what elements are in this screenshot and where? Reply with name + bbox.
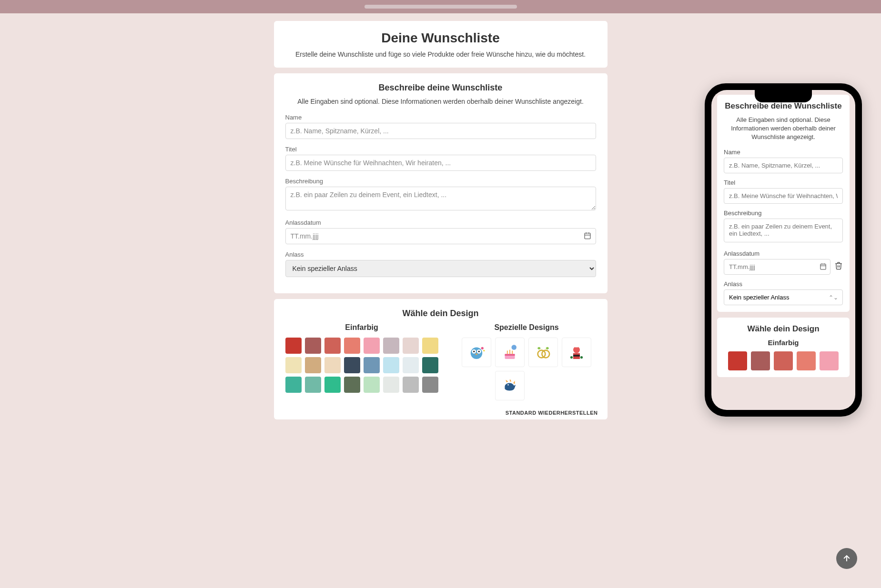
phone-design-title: Wähle dein Design	[724, 324, 843, 334]
phone-solid-label: Einfarbig	[724, 339, 843, 347]
form-card: Beschreibe deine Wunschliste Alle Eingab…	[274, 73, 608, 293]
color-swatch[interactable]	[285, 357, 302, 373]
phone-titel-label: Titel	[724, 179, 843, 186]
color-swatch[interactable]	[364, 377, 380, 393]
phone-name-label: Name	[724, 149, 843, 156]
special-design-wedding[interactable]	[528, 338, 558, 367]
name-input[interactable]	[285, 123, 596, 139]
svg-point-20	[573, 347, 580, 353]
solid-colors-column: Einfarbig	[285, 323, 438, 400]
svg-rect-23	[573, 355, 580, 357]
color-swatch[interactable]	[364, 357, 380, 373]
form-subtitle: Alle Eingaben sind optional. Diese Infor…	[285, 98, 596, 105]
phone-anlass-select[interactable]	[724, 289, 843, 305]
svg-point-8	[478, 351, 480, 353]
phone-form-card: Beschreibe deine Wunschliste Alle Eingab…	[717, 95, 850, 312]
special-design-christmas[interactable]	[562, 338, 591, 367]
date-input[interactable]	[285, 228, 596, 244]
color-swatch[interactable]	[383, 357, 399, 373]
form-title: Beschreibe deine Wunschliste	[285, 83, 596, 93]
svg-point-17	[512, 345, 517, 350]
scroll-to-top-button[interactable]	[836, 548, 857, 569]
date-label: Anlassdatum	[285, 219, 596, 226]
svg-rect-27	[820, 264, 826, 269]
desc-label: Beschreibung	[285, 178, 596, 185]
design-card: Wähle dein Design Einfarbig Spezielle De…	[274, 299, 608, 419]
phone-clear-date-icon[interactable]	[834, 261, 843, 272]
phone-form-subtitle: Alle Eingaben sind optional. Diese Infor…	[724, 116, 843, 142]
color-swatch[interactable]	[305, 377, 321, 393]
color-swatch[interactable]	[344, 357, 360, 373]
color-swatch[interactable]	[403, 338, 419, 354]
phone-anlass-label: Anlass	[724, 280, 843, 288]
special-design-birthday[interactable]	[495, 338, 525, 367]
restore-default-button[interactable]: STANDARD WIEDERHERSTELLEN	[506, 410, 598, 416]
top-bar-handle	[365, 5, 517, 9]
color-swatch[interactable]	[422, 357, 438, 373]
color-swatch[interactable]	[383, 377, 399, 393]
svg-point-26	[507, 384, 509, 386]
phone-calendar-icon[interactable]	[820, 263, 827, 272]
titel-label: Titel	[285, 146, 596, 153]
color-swatch[interactable]	[305, 357, 321, 373]
special-design-owl[interactable]	[462, 338, 491, 367]
svg-point-7	[473, 351, 475, 353]
special-label: Spezielle Designs	[457, 323, 596, 332]
design-title: Wähle dein Design	[285, 309, 596, 319]
svg-point-24	[570, 356, 573, 359]
color-swatch[interactable]	[285, 338, 302, 354]
phone-notch	[755, 90, 812, 102]
special-designs-column: Spezielle Designs	[457, 323, 596, 400]
svg-point-10	[481, 347, 484, 349]
phone-date-label: Anlassdatum	[724, 250, 843, 257]
color-swatch[interactable]	[403, 357, 419, 373]
name-label: Name	[285, 114, 596, 121]
phone-titel-input[interactable]	[724, 188, 843, 204]
page-title: Deine Wunschliste	[285, 30, 596, 46]
desc-textarea[interactable]	[285, 187, 596, 210]
color-swatch[interactable]	[422, 377, 438, 393]
color-swatch[interactable]	[364, 338, 380, 354]
titel-input[interactable]	[285, 155, 596, 171]
phone-color-swatch[interactable]	[797, 351, 816, 370]
phone-mockup: Beschreibe deine Wunschliste Alle Eingab…	[705, 83, 862, 417]
color-swatch[interactable]	[403, 377, 419, 393]
color-swatch[interactable]	[285, 377, 302, 393]
phone-color-swatch[interactable]	[820, 351, 839, 370]
phone-form-title: Beschreibe deine Wunschliste	[724, 101, 843, 111]
svg-point-25	[580, 356, 583, 359]
special-design-dinosaur[interactable]	[495, 371, 525, 400]
color-swatch[interactable]	[344, 377, 360, 393]
phone-color-swatch[interactable]	[774, 351, 793, 370]
color-swatch[interactable]	[324, 357, 341, 373]
color-swatch[interactable]	[383, 338, 399, 354]
phone-color-swatch[interactable]	[728, 351, 747, 370]
top-bar	[0, 0, 881, 13]
color-swatch[interactable]	[324, 338, 341, 354]
phone-date-input[interactable]	[724, 259, 830, 275]
svg-rect-13	[505, 354, 515, 356]
phone-color-swatch[interactable]	[751, 351, 770, 370]
color-swatch[interactable]	[305, 338, 321, 354]
phone-design-card: Wähle dein Design Einfarbig	[717, 318, 850, 377]
phone-desc-label: Beschreibung	[724, 209, 843, 217]
phone-screen: Beschreibe deine Wunschliste Alle Eingab…	[711, 90, 855, 410]
color-swatch[interactable]	[422, 338, 438, 354]
calendar-icon[interactable]	[584, 232, 591, 241]
solid-label: Einfarbig	[285, 323, 438, 332]
anlass-select[interactable]: Kein spezieller Anlass	[285, 260, 596, 277]
color-swatch[interactable]	[344, 338, 360, 354]
anlass-label: Anlass	[285, 251, 596, 258]
svg-rect-0	[585, 233, 590, 239]
svg-point-11	[483, 350, 485, 352]
phone-desc-textarea[interactable]	[724, 219, 843, 242]
chevron-updown-icon: ⌃⌄	[829, 294, 838, 301]
color-swatch[interactable]	[324, 377, 341, 393]
svg-rect-21	[575, 346, 578, 348]
phone-name-input[interactable]	[724, 158, 843, 173]
page-subtitle: Erstelle deine Wunschliste und füge so v…	[285, 50, 596, 58]
header-card: Deine Wunschliste Erstelle deine Wunschl…	[274, 21, 608, 68]
